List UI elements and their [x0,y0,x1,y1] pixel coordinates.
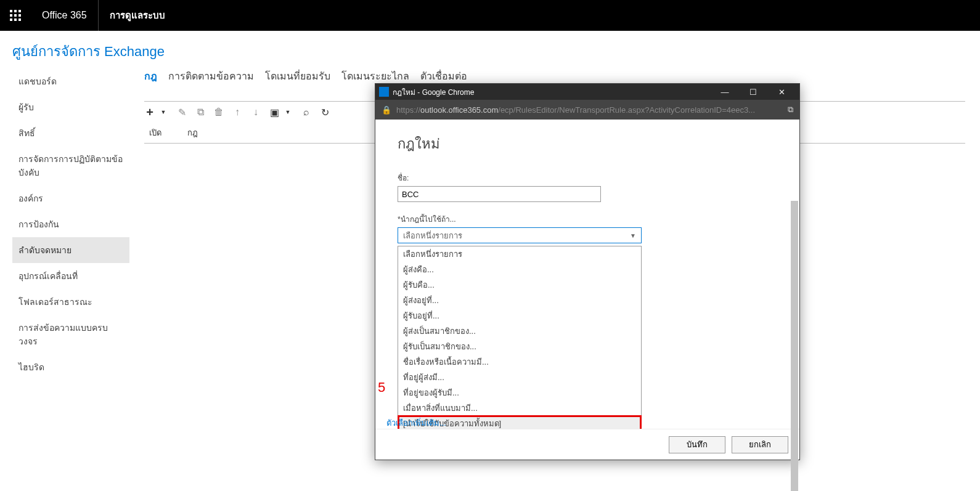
sidebar-item[interactable]: อุปกรณ์เคลื่อนที่ [12,263,129,289]
tab[interactable]: การติดตามข้อความ [168,68,254,84]
dropdown-item[interactable]: ที่อยู่ของผู้รับมี... [398,385,641,400]
svg-rect-6 [10,18,12,21]
name-label: ชื่อ: [398,172,786,184]
section-label[interactable]: การดูแลระบบ [99,8,176,23]
dialog-titlebar: กฎใหม่ - Google Chrome — ☐ ✕ [375,84,799,100]
new-rule-dialog: กฎใหม่ - Google Chrome — ☐ ✕ 🔒 https://o… [375,83,800,460]
refresh-icon[interactable]: ↻ [319,107,330,118]
dialog-footer: บันทึก ยกเลิก [375,429,799,460]
svg-rect-1 [14,10,17,12]
dropdown-item[interactable]: ผู้ส่งเป็นสมาชิกของ... [398,323,641,339]
sidebar-item[interactable]: การป้องกัน [12,211,129,237]
svg-rect-4 [14,14,17,17]
lock-icon: 🔒 [382,105,391,115]
condition-dropdown: เลือกหนึ่งรายการผู้ส่งคือ...ผู้รับคือ...… [398,246,642,429]
tab[interactable]: โดเมนที่ยอมรับ [265,68,330,84]
minimize-icon[interactable]: — [711,84,739,100]
cancel-button[interactable]: ยกเลิก [732,436,788,453]
dialog-window-title: กฎใหม่ - Google Chrome [393,86,711,98]
chevron-down-icon: ▼ [630,232,636,239]
rule-name-input[interactable] [398,186,601,202]
add-button[interactable]: + [144,107,155,118]
edit-icon[interactable]: ✎ [176,107,187,118]
search-icon[interactable]: ⌕ [301,107,312,118]
dialog-app-icon [379,87,389,97]
dropdown-item[interactable]: เมื่อหาสิ่งที่แนบมามี... [398,400,641,416]
svg-rect-2 [18,10,21,12]
sidebar-item[interactable]: การจัดการการปฏิบัติตามข้อบังคับ [12,146,129,185]
sidebar-item[interactable]: การส่งข้อความแบบครบวงจร [12,315,129,354]
svg-rect-5 [18,14,21,17]
top-navbar: Office 365 การดูแลระบบ [0,0,980,31]
apply-if-label: *นำกฎนี้ไปใช้ถ้า... [398,213,786,225]
select-value: เลือกหนึ่งรายการ [403,229,462,242]
sidebar-item[interactable]: โฟลเดอร์สาธารณะ [12,289,129,315]
dropdown-item[interactable]: ผู้รับอยู่ที่... [398,308,641,323]
tab[interactable]: กฎ [144,68,157,84]
maximize-icon[interactable]: ☐ [739,84,767,100]
tabs: กฎการติดตามข้อความโดเมนที่ยอมรับโดเมนระย… [144,68,965,84]
svg-rect-8 [18,18,21,21]
dropdown-item[interactable]: ผู้ส่งคือ... [398,262,641,277]
dialog-scrollbar[interactable] [791,201,798,491]
dialog-address-bar: 🔒 https://outlook.office365.com/ecp/Rule… [375,100,799,120]
more-options-link[interactable]: ตัวเลือกเพิ่มเติม... [386,418,446,428]
dropdown-item[interactable]: ผู้ส่งอยู่ที่... [398,293,641,308]
svg-rect-3 [10,14,12,17]
sidebar-item[interactable]: สิทธิ์ [12,120,129,146]
condition-select[interactable]: เลือกหนึ่งรายการ ▼ [398,227,642,243]
delete-icon[interactable]: 🗑 [213,107,224,118]
sidebar-item[interactable]: แดชบอร์ด [12,68,129,94]
export-button[interactable]: ▣ [269,107,280,118]
page-title: ศูนย์การจัดการ Exchange [0,31,980,68]
svg-rect-7 [14,18,17,21]
url-text[interactable]: https://outlook.office365.com/ecp/RulesE… [396,105,783,115]
tab[interactable]: ตัวเชื่อมต่อ [420,68,467,84]
move-up-icon[interactable]: ↑ [232,107,243,118]
sidebar-item[interactable]: ไฮบริด [12,354,129,380]
sidebar-item[interactable]: ลำดับจดหมาย [12,237,129,263]
move-down-icon[interactable]: ↓ [250,107,261,118]
copy-url-icon[interactable]: ⧉ [788,105,793,115]
sidebar-item[interactable]: องค์กร [12,185,129,211]
brand-label[interactable]: Office 365 [31,0,99,31]
app-launcher-button[interactable] [0,0,31,31]
add-dropdown-icon[interactable]: ▼ [158,107,169,118]
dropdown-item[interactable]: เลือกหนึ่งรายการ [398,246,641,262]
sidebar: แดชบอร์ดผู้รับสิทธิ์การจัดการการปฏิบัติต… [0,68,129,380]
export-dropdown-icon[interactable]: ▼ [282,107,293,118]
dialog-heading: กฎใหม่ [398,133,786,155]
dropdown-item[interactable]: ชื่อเรื่องหรือเนื้อความมี... [398,354,641,370]
dropdown-item[interactable]: ผู้รับคือ... [398,277,641,293]
tab[interactable]: โดเมนระยะไกล [341,68,409,84]
annotation-marker: 5 [378,379,385,396]
column-on: เปิด [144,126,187,139]
dropdown-item[interactable]: ผู้รับเป็นสมาชิกของ... [398,339,641,354]
copy-icon[interactable]: ⧉ [195,107,206,118]
sidebar-item[interactable]: ผู้รับ [12,94,129,120]
dropdown-item[interactable]: ที่อยู่ผู้ส่งมี... [398,370,641,385]
save-button[interactable]: บันทึก [669,436,725,453]
svg-rect-0 [10,10,12,12]
close-icon[interactable]: ✕ [767,84,796,100]
